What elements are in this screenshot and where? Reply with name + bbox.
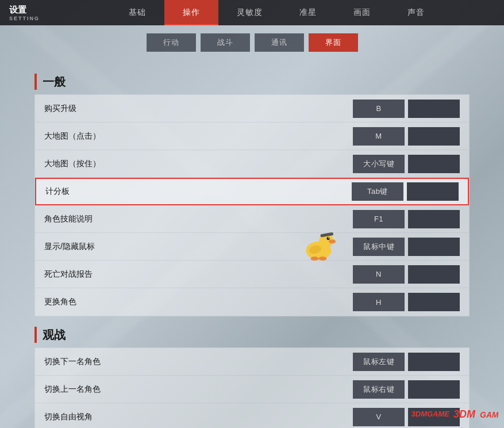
svg-point-7 [311,257,319,261]
setting-prev-agent: 切换上一名角色 鼠标右键 [35,376,469,403]
setting-scoreboard-keys: Tab键 [352,182,459,201]
key-change-agent-secondary[interactable] [408,293,460,311]
key-next-agent-primary[interactable]: 鼠标左键 [353,353,405,371]
key-scoreboard-primary[interactable]: Tab键 [352,182,403,201]
setting-buy-upgrade: 购买升级 B [35,95,469,123]
top-tabs: 基础 操作 灵敏度 准星 画面 声音 [49,0,504,25]
key-show-cursor-primary[interactable]: 鼠标中键 [353,238,405,256]
key-map-hold-primary[interactable]: 大小写键 [353,155,405,173]
setting-death-report-keys: N [353,265,460,284]
settings-content: 一般 购买升级 B 大地图（点击） M 大地图（按住） 大小 [0,58,504,428]
setting-free-cam-label: 切换自由视角 [44,412,353,422]
setting-show-cursor: 显示/隐藏鼠标 鼠标中键 [35,233,469,261]
key-show-cursor-secondary[interactable] [408,238,460,256]
tab-basic[interactable]: 基础 [110,0,164,25]
setting-buy-upgrade-label: 购买升级 [44,104,353,114]
svg-point-4 [328,238,329,239]
sub-tab-ui[interactable]: 界面 [309,33,358,52]
setting-map-click-label: 大地图（点击） [44,131,353,142]
spectate-settings-list: 切换下一名角色 鼠标左键 切换上一名角色 鼠标右键 切换自由视角 V [34,347,470,428]
setting-ability-desc-label: 角色技能说明 [44,214,353,224]
key-map-click-secondary[interactable] [408,127,460,146]
setting-map-hold-label: 大地图（按住） [44,159,353,169]
logo-sub: SETTING [9,16,40,21]
setting-buy-upgrade-keys: B [353,100,460,118]
logo-main: 设置 [9,5,40,16]
sub-tab-comms[interactable]: 通讯 [255,33,304,52]
svg-text:3DM: 3DM [453,408,476,420]
tab-audio[interactable]: 声音 [389,0,443,25]
key-next-agent-secondary[interactable] [408,353,460,371]
sub-tab-action[interactable]: 行动 [147,33,196,52]
setting-death-report-label: 死亡对战报告 [44,269,353,280]
key-scoreboard-secondary[interactable] [407,182,459,201]
setting-map-click: 大地图（点击） M [35,123,469,150]
key-map-click-primary[interactable]: M [353,127,405,146]
tab-display[interactable]: 画面 [335,0,389,25]
setting-ability-desc: 角色技能说明 F1 [35,205,469,233]
setting-ability-desc-keys: F1 [353,210,460,228]
setting-scoreboard: 计分板 Tab键 [35,178,469,205]
setting-death-report: 死亡对战报告 N [35,261,469,288]
svg-point-8 [319,257,327,261]
key-map-hold-secondary[interactable] [408,155,460,173]
tab-crosshair[interactable]: 准星 [281,0,335,25]
key-death-report-secondary[interactable] [408,265,460,284]
key-free-cam-primary[interactable]: V [353,408,405,426]
key-change-agent-primary[interactable]: H [353,293,405,311]
setting-free-cam: 切换自由视角 V [35,403,469,428]
key-buy-upgrade-secondary[interactable] [408,100,460,118]
watermark: 3DMGAME 3DM GAME [411,405,498,422]
setting-next-agent: 切换下一名角色 鼠标左键 [35,348,469,376]
setting-change-agent: 更换角色 H [35,288,469,316]
section-general-title: 一般 [43,74,66,90]
setting-show-cursor-keys: 鼠标中键 [353,238,460,256]
mascot-duck [297,224,343,270]
setting-next-agent-label: 切换下一名角色 [44,357,353,367]
section-spectate-title: 观战 [43,327,66,343]
key-ability-desc-primary[interactable]: F1 [353,210,405,228]
setting-prev-agent-keys: 鼠标右键 [353,380,460,399]
top-navigation: 设置 SETTING 基础 操作 灵敏度 准星 画面 声音 [0,0,504,25]
setting-map-click-keys: M [353,127,460,146]
svg-point-2 [329,239,336,243]
section-bar [34,74,37,90]
key-death-report-primary[interactable]: N [353,265,405,284]
setting-map-hold: 大地图（按住） 大小写键 [35,150,469,178]
section-spectate-bar [34,327,37,343]
setting-change-agent-label: 更换角色 [44,297,353,307]
svg-text:GAME: GAME [480,410,498,419]
section-general-header: 一般 [34,74,470,90]
setting-next-agent-keys: 鼠标左键 [353,353,460,371]
tab-operation[interactable]: 操作 [164,0,218,25]
general-settings-list: 购买升级 B 大地图（点击） M 大地图（按住） 大小写键 [34,94,470,316]
key-buy-upgrade-primary[interactable]: B [353,100,405,118]
setting-scoreboard-label: 计分板 [45,186,352,197]
sub-navigation: 行动 战斗 通讯 界面 [0,25,504,58]
app-logo: 设置 SETTING [0,5,49,21]
svg-point-3 [327,237,330,240]
setting-change-agent-keys: H [353,293,460,311]
key-prev-agent-secondary[interactable] [408,380,460,399]
sub-tab-combat[interactable]: 战斗 [201,33,250,52]
key-prev-agent-primary[interactable]: 鼠标右键 [353,380,405,399]
key-ability-desc-secondary[interactable] [408,210,460,228]
section-spectate-header: 观战 [34,327,470,343]
tab-sensitivity[interactable]: 灵敏度 [218,0,281,25]
setting-prev-agent-label: 切换上一名角色 [44,384,353,395]
setting-map-hold-keys: 大小写键 [353,155,460,173]
